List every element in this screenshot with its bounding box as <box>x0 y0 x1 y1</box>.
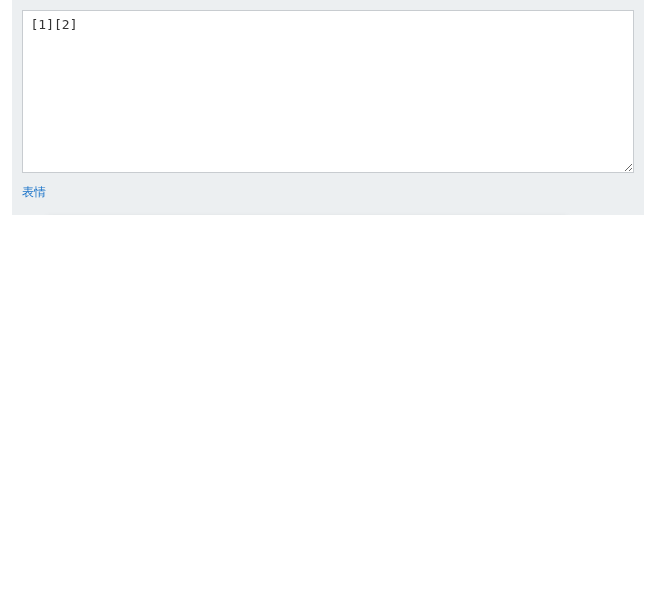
editor-panel: 表情 × 默认拜年浪小花暴走漫画 🟥😍🦊👍👍❤️✊🎰📷🐱🔳🕯️🎁🧨🐷🟫⬛🧧👶⚫✌… <box>12 0 644 215</box>
emoji-link[interactable]: 表情 <box>22 185 46 199</box>
toolbar-row: 表情 <box>22 184 634 201</box>
content-textarea[interactable] <box>22 10 634 173</box>
